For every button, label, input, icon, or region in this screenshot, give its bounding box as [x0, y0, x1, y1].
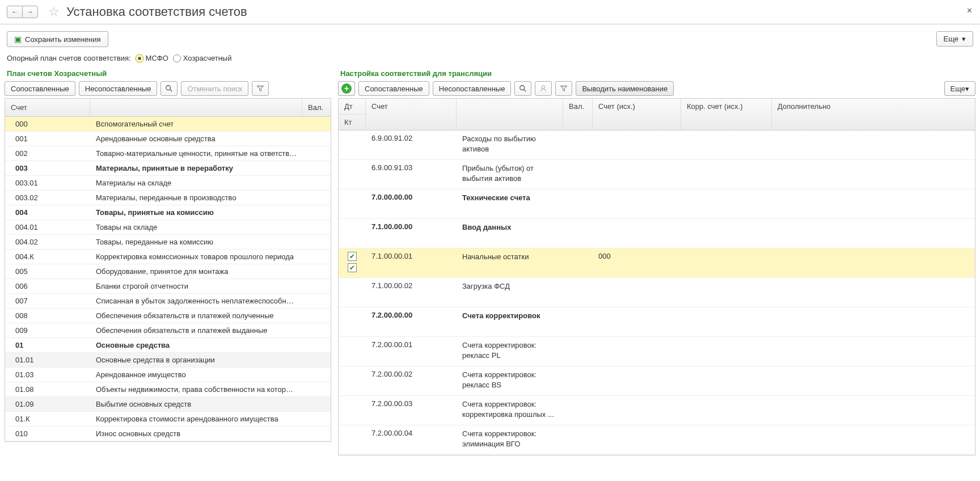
cell-name: Товары, принятые на комиссию — [90, 205, 302, 220]
table-row[interactable]: 7.1.00.00.00Ввод данных — [339, 219, 975, 248]
col-name[interactable] — [90, 99, 302, 116]
table-row[interactable]: 004Товары, принятые на комиссию — [5, 205, 331, 220]
close-button[interactable]: × — [967, 6, 972, 16]
col-corr[interactable]: Корр. счет (исх.) — [681, 99, 772, 114]
save-changes-button[interactable]: ▣ Сохранить изменения — [7, 31, 108, 47]
table-row[interactable]: 7.2.00.00.04Счета корректировок: элимина… — [339, 425, 975, 455]
cell-src — [593, 189, 681, 196]
cell-code: 003.01 — [5, 176, 90, 190]
table-row[interactable]: 7.2.00.00.00Счета корректировок — [339, 307, 975, 337]
table-row[interactable]: 7.2.00.00.01Счета корректировок: рекласс… — [339, 337, 975, 366]
add-button[interactable]: + — [338, 81, 355, 96]
matched-button[interactable]: Сопоставленные — [5, 81, 75, 96]
table-row[interactable]: 01.ККорректировка стоимости арендованног… — [5, 412, 331, 427]
cell-name: Бланки строгой отчетности — [90, 279, 302, 293]
unmatched-button-r[interactable]: Несопоставленные — [433, 81, 512, 96]
cell-code: 01.01 — [5, 353, 90, 367]
nav-back-button[interactable]: ← — [7, 6, 23, 18]
cell-code: 008 — [5, 309, 90, 323]
right-toolbar: + Сопоставленные Несопоставленные Выводи… — [338, 81, 975, 98]
cell-extra — [772, 307, 975, 314]
table-row[interactable]: 003Материалы, принятые в переработку — [5, 161, 331, 176]
col-src[interactable]: Счет (исх.) — [593, 99, 681, 114]
col-kt[interactable]: Кт — [339, 114, 366, 130]
table-row[interactable]: 01.09Выбытие основных средств — [5, 397, 331, 412]
cell-val — [563, 219, 593, 226]
left-panel: План счетов Хозрасчетный Сопоставленные … — [5, 68, 331, 455]
search-button-r[interactable] — [514, 81, 531, 96]
table-row[interactable]: 010Износ основных средств — [5, 427, 331, 441]
cell-val — [302, 328, 331, 334]
table-row[interactable]: 01.01Основные средства в организации — [5, 353, 331, 368]
table-row[interactable]: 004.01Товары на складе — [5, 220, 331, 235]
checkbox-kt[interactable]: ✔ — [348, 263, 357, 272]
cell-src — [593, 160, 681, 167]
output-name-button[interactable]: Выводить наименование — [576, 81, 674, 96]
chevron-down-icon: ▾ — [965, 85, 969, 93]
table-row[interactable]: 01Основные средства — [5, 338, 331, 353]
cell-name: Основные средства — [90, 338, 302, 352]
chevron-down-icon: ▾ — [962, 35, 966, 43]
cell-code: 004.К — [5, 250, 90, 264]
cell-name: Материалы на складе — [90, 176, 302, 190]
cell-val — [302, 254, 331, 260]
table-row[interactable]: 6.9.00.91.02Расходы по выбытию активов — [339, 130, 975, 160]
table-row[interactable]: 005Оборудование, принятое для монтажа — [5, 264, 331, 279]
cell-code: 001 — [5, 132, 90, 146]
table-row[interactable]: 007Списанная в убыток задолженность непл… — [5, 294, 331, 309]
table-row[interactable]: 000Вспомогательный счет — [5, 117, 331, 132]
table-row[interactable]: 008Обеспечения обязательств и платежей п… — [5, 309, 331, 323]
cell-extra — [772, 278, 975, 285]
table-row[interactable]: 6.9.00.91.03Прибыль (убыток) от выбытия … — [339, 160, 975, 189]
col-desc[interactable] — [457, 99, 563, 114]
nav-forward-button[interactable]: → — [22, 6, 38, 18]
col-val-r[interactable]: Вал. — [563, 99, 593, 114]
filter-button[interactable] — [252, 81, 269, 96]
table-row[interactable]: 009Обеспечения обязательств и платежей в… — [5, 323, 331, 338]
unmatched-button[interactable]: Несопоставленные — [79, 81, 158, 96]
cell-extra — [772, 396, 975, 403]
table-row[interactable]: 003.01Материалы на складе — [5, 176, 331, 191]
checkbox-dt[interactable]: ✔ — [348, 252, 357, 261]
radio-hozraschet[interactable]: Хозрасчетный — [173, 54, 232, 62]
cell-src — [593, 278, 681, 285]
favorite-icon[interactable]: ☆ — [48, 5, 60, 19]
table-row[interactable]: 01.08Объекты недвижимости, права собстве… — [5, 382, 331, 397]
more-button-top[interactable]: Еще ▾ — [936, 31, 973, 47]
cancel-search-button: Отменить поиск — [181, 81, 248, 96]
cell-val — [563, 337, 593, 344]
cell-desc: Начальные остатки — [457, 248, 563, 265]
table-row[interactable]: 7.2.00.00.02Счета корректировок: рекласс… — [339, 366, 975, 396]
cell-acct: 6.9.00.91.02 — [366, 130, 457, 146]
table-row[interactable]: 004.ККорректировка комиссионных товаров … — [5, 250, 331, 264]
col-code[interactable]: Счет — [5, 99, 90, 116]
radio-hozraschet-label: Хозрасчетный — [183, 54, 232, 62]
cell-name: Объекты недвижимости, права собственност… — [90, 382, 302, 396]
radio-msfo[interactable]: МСФО — [136, 54, 168, 62]
matched-button-r[interactable]: Сопоставленные — [358, 81, 429, 96]
cell-extra — [772, 337, 975, 344]
cell-val — [563, 248, 593, 255]
table-row[interactable]: 001Арендованные основные средства — [5, 132, 331, 146]
table-row[interactable]: ✔✔7.1.00.00.01Начальные остатки000 — [339, 248, 975, 278]
col-dt[interactable]: Дт — [339, 99, 366, 114]
table-row[interactable]: 006Бланки строгой отчетности — [5, 279, 331, 294]
table-row[interactable]: 7.1.00.00.02Загрузка ФСД — [339, 278, 975, 307]
table-row[interactable]: 01.03Арендованное имущество — [5, 368, 331, 382]
page-title: Установка соответствия счетов — [66, 5, 247, 19]
cell-name: Вспомогательный счет — [90, 117, 302, 131]
table-row[interactable]: 003.02Материалы, переданные в производст… — [5, 191, 331, 205]
cell-src — [593, 366, 681, 373]
table-row[interactable]: 7.0.00.00.00Технические счета — [339, 189, 975, 219]
col-extra[interactable]: Дополнительно — [772, 99, 975, 114]
cell-dtkt — [339, 219, 366, 226]
table-row[interactable]: 7.2.00.00.03Счета корректировок: коррект… — [339, 396, 975, 425]
table-row[interactable]: 004.02Товары, переданные на комиссию — [5, 235, 331, 250]
cell-desc: Счета корректировок — [457, 307, 563, 324]
col-acct[interactable]: Счет — [366, 99, 457, 114]
search-button[interactable] — [160, 81, 178, 96]
table-row[interactable]: 002Товарно-материальные ценности, принят… — [5, 146, 331, 161]
col-val[interactable]: Вал. — [302, 99, 331, 116]
more-button-right[interactable]: Еще ▾ — [944, 81, 975, 96]
filter-button-r[interactable] — [555, 81, 572, 96]
